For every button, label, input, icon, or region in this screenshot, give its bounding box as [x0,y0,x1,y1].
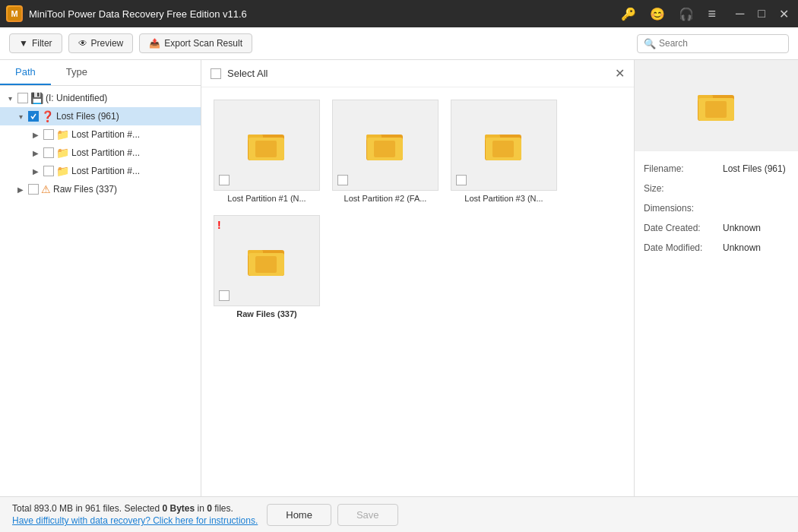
export-button[interactable]: 📤 Export Scan Result [139,33,252,53]
folder-svg-lp3 [485,128,523,162]
center-panel: Select All ✕ Lost Partition #1 (N... [201,60,635,496]
save-button[interactable]: Save [337,504,398,526]
error-badge-raw: ! [217,219,221,231]
select-all-checkbox[interactable] [211,68,221,79]
tree-label-root: (I: Unidentified) [46,93,107,103]
menu-icon[interactable]: ≡ [705,5,719,24]
tree-label-lp2: Lost Partition #... [71,147,140,158]
minimize-button[interactable]: ─ [733,5,747,22]
title-bar: M MiniTool Power Data Recovery Free Edit… [0,0,798,27]
title-bar-controls: 🔑 😊 🎧 ≡ ─ □ ✕ [618,5,792,24]
toolbar: ▼ Filter 👁 Preview 📤 Export Scan Result … [0,27,798,60]
file-card-lp2[interactable]: Lost Partition #2 (FA... [332,100,439,203]
filter-button[interactable]: ▼ Filter [9,33,62,53]
info-row-size: Size: [644,183,789,194]
selected-bytes: 0 Bytes [162,503,195,514]
search-input[interactable] [659,38,781,49]
svg-rect-13 [492,141,514,157]
file-card-label-lp2: Lost Partition #2 (FA... [344,194,427,203]
help-link[interactable]: Have difficulty with data recovery? Clic… [12,515,258,526]
tree-item-raw-files[interactable]: ▶ ⚠ Raw Files (337) [0,180,201,198]
search-icon: 🔍 [644,38,656,49]
tab-type[interactable]: Type [51,60,103,85]
date-created-label: Date Created: [644,223,720,233]
card-check-lp1[interactable] [219,175,230,185]
folder-icon-lp2: 📁 [56,147,69,159]
select-all-label: Select All [227,68,268,79]
tree-item-lp2[interactable]: ▶ 📁 Lost Partition #... [0,144,201,162]
check-raw-files[interactable] [28,184,39,195]
right-panel: Filename: Lost Files (961) Size: Dimensi… [635,60,798,496]
filename-value: Lost Files (961) [723,163,786,174]
tree-item-lp3[interactable]: ▶ 📁 Lost Partition #... [0,162,201,180]
drive-icon: 💾 [30,92,43,104]
expand-root[interactable]: ▾ [5,94,15,103]
lost-files-icon: ❓ [41,110,54,122]
center-header: Select All ✕ [201,60,634,87]
file-card-label-raw: Raw Files (337) [236,309,296,318]
folder-svg-lp2 [366,128,404,162]
tree-item-lost-files[interactable]: ▾ ❓ Lost Files (961) [0,107,201,125]
bottom-status: Total 893.0 MB in 961 files. Selected 0 … [12,503,258,526]
file-card-raw[interactable]: ! Raw Files (337) [214,215,320,318]
preview-thumbnail [635,60,798,151]
tree-label-raw-files: Raw Files (337) [53,184,117,195]
check-lost-files[interactable] [28,111,39,122]
svg-text:M: M [11,9,17,18]
home-button[interactable]: Home [267,504,331,526]
check-lp3[interactable] [43,166,54,176]
expand-lp1[interactable]: ▶ [30,131,41,139]
expand-lp3[interactable]: ▶ [30,167,41,176]
app-title: MiniTool Power Data Recovery Free Editio… [29,8,618,20]
info-row-date-modified: Date Modified: Unknown [644,242,789,253]
info-row-filename: Filename: Lost Files (961) [644,163,789,174]
in-text: in [195,503,207,514]
check-lp2[interactable] [43,147,54,158]
check-root[interactable] [17,93,28,103]
file-card-label-lp3: Lost Partition #3 (N... [464,194,543,203]
expand-lp2[interactable]: ▶ [30,149,41,157]
file-card-lp3[interactable]: Lost Partition #3 (N... [451,100,557,203]
card-check-raw[interactable] [219,290,230,301]
file-card-thumb-lp1 [214,100,320,191]
preview-folder-icon [698,89,736,122]
expand-raw-files[interactable]: ▶ [15,185,26,194]
svg-rect-5 [255,141,277,157]
preview-icon: 👁 [78,38,87,49]
close-preview-button[interactable]: ✕ [615,66,625,81]
bottom-info: Total 893.0 MB in 961 files. Selected 0 … [12,503,258,514]
files-text: files. [212,503,233,514]
file-grid: Lost Partition #1 (N... Lost Partition #… [201,87,634,496]
tab-path[interactable]: Path [0,60,51,85]
file-card-lp1[interactable]: Lost Partition #1 (N... [214,100,320,203]
check-lp1[interactable] [43,129,54,140]
user-icon[interactable]: 😊 [647,5,668,23]
expand-lost-files[interactable]: ▾ [15,112,26,121]
folder-icon-lp1: 📁 [56,128,69,141]
headphones-icon[interactable]: 🎧 [676,5,697,23]
total-text: Total 893.0 MB in 961 files. Selected [12,503,162,514]
filter-icon: ▼ [19,38,28,49]
bottom-actions: Home Save [267,504,397,526]
info-row-date-created: Date Created: Unknown [644,223,789,233]
card-check-lp3[interactable] [456,175,467,185]
tree-item-root[interactable]: ▾ 💾 (I: Unidentified) [0,89,201,107]
app-logo: M [6,5,23,22]
tree-item-lp1[interactable]: ▶ 📁 Lost Partition #... [0,125,201,144]
export-icon: 📤 [149,38,160,49]
close-button[interactable]: ✕ [776,5,792,23]
folder-icon-lp3: 📁 [56,165,69,177]
selected-files: 0 [207,503,212,514]
card-check-lp2[interactable] [337,175,348,185]
key-icon[interactable]: 🔑 [618,5,639,23]
preview-button[interactable]: 👁 Preview [68,33,134,53]
file-info: Filename: Lost Files (961) Size: Dimensi… [635,151,798,274]
maximize-button[interactable]: □ [755,5,768,22]
tree-label-lp1: Lost Partition #... [71,129,140,140]
file-card-thumb-lp3 [451,100,557,191]
tree-area: ▾ 💾 (I: Unidentified) ▾ ❓ Lost Files (96… [0,86,201,496]
main-area: Path Type ▾ 💾 (I: Unidentified) ▾ ❓ Lost… [0,60,798,496]
tab-bar: Path Type [0,60,201,86]
left-panel: Path Type ▾ 💾 (I: Unidentified) ▾ ❓ Lost… [0,60,201,496]
svg-rect-9 [374,141,395,157]
